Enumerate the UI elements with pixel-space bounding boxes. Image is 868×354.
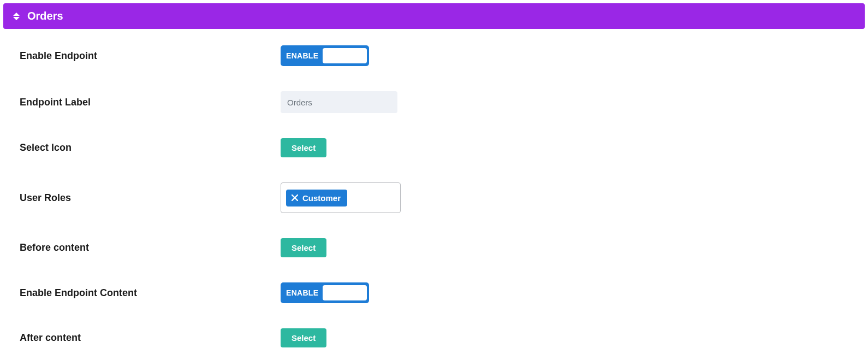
row-endpoint-label: Endpoint Label	[3, 91, 865, 113]
label-enable-endpoint-content: Enable Endpoint Content	[20, 287, 281, 299]
panel-title: Orders	[27, 10, 63, 22]
toggle-enable-endpoint-content-text: ENABLE	[283, 288, 323, 297]
label-after-content: After content	[20, 332, 281, 344]
row-enable-endpoint-content: Enable Endpoint Content ENABLE	[3, 282, 865, 303]
row-enable-endpoint: Enable Endpoint ENABLE	[3, 45, 865, 66]
label-user-roles: User Roles	[20, 192, 281, 204]
row-before-content: Before content Select	[3, 238, 865, 257]
row-after-content: After content Select	[3, 328, 865, 347]
label-select-icon: Select Icon	[20, 142, 281, 154]
panel-body: Enable Endpoint ENABLE Endpoint Label Se…	[3, 29, 865, 354]
row-user-roles: User Roles Customer	[3, 182, 865, 213]
label-before-content: Before content	[20, 242, 281, 253]
toggle-enable-endpoint-text: ENABLE	[283, 51, 323, 60]
panel-header[interactable]: Orders	[3, 3, 865, 29]
button-select-icon[interactable]: Select	[281, 138, 326, 157]
button-after-content[interactable]: Select	[281, 328, 326, 347]
button-before-content[interactable]: Select	[281, 238, 326, 257]
toggle-knob	[323, 48, 367, 63]
toggle-enable-endpoint[interactable]: ENABLE	[281, 45, 369, 66]
tag-label: Customer	[302, 193, 341, 203]
orders-panel: Orders Enable Endpoint ENABLE Endpoint L…	[3, 3, 865, 354]
label-enable-endpoint: Enable Endpoint	[20, 50, 281, 62]
label-endpoint-label: Endpoint Label	[20, 97, 281, 108]
row-select-icon: Select Icon Select	[3, 138, 865, 157]
sort-icon	[13, 13, 20, 20]
close-icon[interactable]	[292, 194, 298, 201]
input-endpoint-label[interactable]	[281, 91, 397, 113]
toggle-knob	[323, 285, 367, 300]
user-roles-tagbox[interactable]: Customer	[281, 182, 401, 213]
toggle-enable-endpoint-content[interactable]: ENABLE	[281, 282, 369, 303]
tag-customer: Customer	[286, 190, 347, 206]
